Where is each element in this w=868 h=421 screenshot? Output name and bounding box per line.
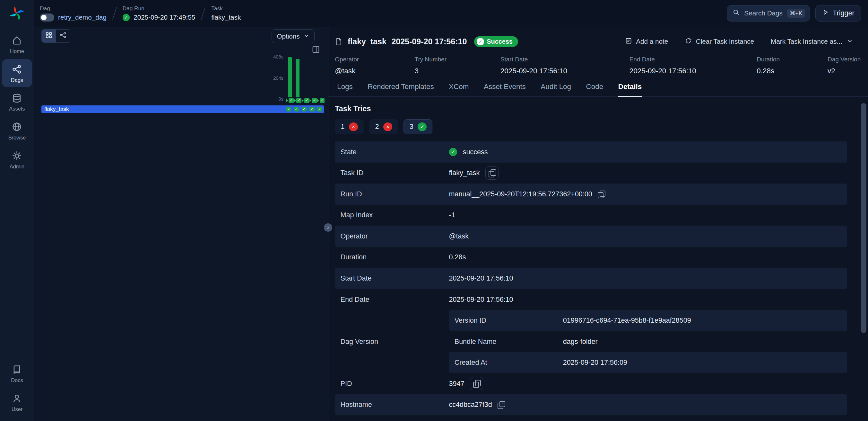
details-body: Task Tries 1×2×3✓ State✓successTask IDfl… <box>329 97 868 421</box>
nested-rows: Version ID01996716-c694-71ea-95b8-f1e9aa… <box>449 310 847 373</box>
summary-value: 0.28s <box>756 67 828 75</box>
task-document-icon <box>335 37 342 46</box>
graph-view-button[interactable] <box>56 29 70 43</box>
add-note-button[interactable]: Add a note <box>619 34 674 49</box>
run-success-square[interactable]: ✓ <box>304 98 309 103</box>
run-success-square[interactable]: ✓ <box>288 98 294 103</box>
dag-run-cell[interactable]: ✓ <box>302 98 309 103</box>
detail-row-created-at: Created At2025-09-20 17:56:09 <box>449 352 847 373</box>
chevron-down-icon <box>304 32 309 40</box>
copy-button[interactable] <box>470 377 483 390</box>
tab-details[interactable]: Details <box>618 83 642 96</box>
try-button-2[interactable]: 2× <box>369 119 398 134</box>
detail-value-text: 2025-09-20 17:56:10 <box>449 274 513 282</box>
grid-view-button[interactable] <box>41 29 56 43</box>
dag-run-cell[interactable]: ✓ <box>294 98 302 103</box>
panel-divider[interactable]: › <box>328 27 329 421</box>
search-dags-button[interactable]: Search Dags ⌘+K <box>727 5 810 22</box>
run-success-square[interactable]: ✓ <box>296 98 302 103</box>
airflow-logo-icon[interactable] <box>8 4 26 22</box>
task-instance-square[interactable]: ✓ <box>302 107 307 112</box>
mark-task-instance-button[interactable]: Mark Task Instance as... <box>765 34 859 49</box>
details-rows: State✓successTask IDflaky_taskRun IDmanu… <box>335 141 847 415</box>
run-success-square[interactable]: ✓ <box>320 98 325 103</box>
dag-run-success-icon: ✓ <box>123 14 130 21</box>
sidebar-item-assets[interactable]: Assets <box>2 88 32 116</box>
copy-icon[interactable] <box>498 401 504 408</box>
sidebar-item-browse[interactable]: Browse <box>2 117 32 145</box>
topbar: Dag retry_demo_dag Dag Run ✓ 2025-09-20 … <box>34 0 868 27</box>
tab-logs[interactable]: Logs <box>337 83 353 96</box>
copy-icon[interactable] <box>489 169 495 176</box>
detail-row-value: -1 <box>449 211 455 219</box>
chart-options-icon[interactable] <box>312 45 320 54</box>
run-success-square[interactable]: ✓ <box>312 98 317 103</box>
task-instance-square[interactable]: ✓ <box>286 107 291 112</box>
dag-run-cell[interactable]: ✓ <box>317 98 325 103</box>
options-dropdown[interactable]: Options <box>272 29 315 43</box>
sidebar-item-dags[interactable]: Dags <box>2 59 32 87</box>
detail-row-label: Start Date <box>341 274 449 282</box>
app-root: HomeDagsAssetsBrowseAdmin DocsUser Dag r… <box>0 0 868 421</box>
copy-button[interactable] <box>485 166 498 180</box>
detail-row-label: Version ID <box>455 316 563 325</box>
dag-run-link[interactable]: 2025-09-20 17:49:55 <box>133 13 195 21</box>
task-instance-square[interactable]: ✓ <box>294 107 299 112</box>
duration-bar[interactable] <box>288 57 292 98</box>
tab-asset-events[interactable]: Asset Events <box>484 83 526 96</box>
copy-icon[interactable] <box>598 191 604 198</box>
sidebar-item-admin[interactable]: Admin <box>2 146 32 173</box>
scrollbar-thumb[interactable] <box>861 103 866 333</box>
detail-row-value: 01996716-c694-71ea-95b8-f1e9aaf28509 <box>563 316 691 325</box>
detail-value-text: cc4dbca27f3d <box>449 400 492 409</box>
manual-run-icon <box>294 99 296 102</box>
sidebar-item-label: Browse <box>8 135 26 141</box>
detail-row-run-id: Run IDmanual__2025-09-20T12:19:56.727362… <box>335 184 847 205</box>
task-row-flaky-task[interactable]: flaky_task ✓✓✓✓✓ <box>41 105 323 113</box>
tab-rendered-templates[interactable]: Rendered Templates <box>368 83 434 96</box>
status-badge-label: Success <box>487 38 512 45</box>
try-button-3[interactable]: 3✓ <box>403 119 432 134</box>
duration-bar[interactable] <box>296 59 300 98</box>
task-instance-square[interactable]: ✓ <box>317 107 322 112</box>
try-button-1[interactable]: 1× <box>335 119 364 134</box>
sidebar-item-docs[interactable]: Docs <box>2 360 32 387</box>
detail-row-duration: Duration0.28s <box>335 247 847 268</box>
tab-audit-log[interactable]: Audit Log <box>540 83 571 96</box>
tab-code[interactable]: Code <box>586 83 603 96</box>
summary-item: Start Date2025-09-20 17:56:10 <box>500 56 629 75</box>
dag-run-cell[interactable]: ✓ <box>286 98 294 103</box>
trigger-button[interactable]: Trigger <box>815 5 862 22</box>
manual-run-icon <box>309 99 311 102</box>
dag-run-cell[interactable]: ✓ <box>309 98 317 103</box>
clear-task-instance-button[interactable]: Clear Task Instance <box>679 34 760 49</box>
detail-row-value: 2025-09-20 17:56:09 <box>563 358 627 367</box>
detail-row-pid: PID3947 <box>335 373 847 394</box>
try-number: 3 <box>410 122 413 131</box>
dag-name-link[interactable]: retry_demo_dag <box>58 13 106 21</box>
grid-toolbar: Options <box>41 29 314 43</box>
view-toggle-group <box>41 29 70 43</box>
home-icon <box>12 35 22 45</box>
detail-row-label: End Date <box>341 296 449 304</box>
detail-value-text: flaky_task <box>449 169 480 177</box>
panel-collapse-handle[interactable]: › <box>324 223 332 232</box>
scrollbar-track[interactable] <box>861 103 866 418</box>
summary-value: @task <box>335 67 414 75</box>
sidebar-item-user[interactable]: User <box>2 389 32 416</box>
tabs-bar: LogsRendered TemplatesXComAsset EventsAu… <box>329 83 868 97</box>
detail-row-operator: Operator@task <box>335 226 847 247</box>
tab-xcom[interactable]: XCom <box>449 83 469 96</box>
sidebar-item-label: Assets <box>9 106 25 112</box>
detail-row-value: @task <box>449 232 469 241</box>
detail-row-label: Operator <box>341 232 449 241</box>
copy-icon[interactable] <box>473 380 480 387</box>
clear-task-label: Clear Task Instance <box>696 37 754 45</box>
task-instance-square[interactable]: ✓ <box>309 107 315 112</box>
duration-axis-label: 0s <box>260 96 283 102</box>
breadcrumb-task: Task flaky_task <box>211 5 241 21</box>
dag-pause-toggle[interactable] <box>40 13 54 21</box>
task-row-states: ✓✓✓✓✓ <box>286 107 322 112</box>
detail-row-label: Hostname <box>341 400 449 409</box>
sidebar-item-home[interactable]: Home <box>2 31 32 58</box>
